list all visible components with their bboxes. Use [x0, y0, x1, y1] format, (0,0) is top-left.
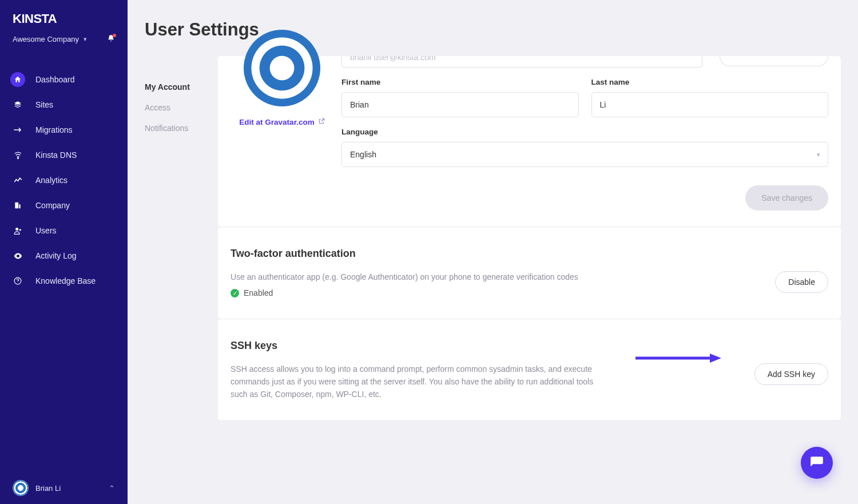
annotation-arrow — [635, 352, 721, 364]
sidebar: KINSTA Awesome Company ▾ Dashboard Sites… — [0, 0, 128, 504]
sidebar-item-activity[interactable]: Activity Log — [0, 243, 128, 268]
user-plus-icon — [10, 223, 25, 238]
dns-icon — [10, 148, 25, 162]
sidebar-item-sites[interactable]: Sites — [0, 92, 128, 117]
ssh-title: SSH keys — [231, 340, 828, 352]
save-changes-button[interactable]: Save changes — [745, 185, 828, 211]
sidebar-item-analytics[interactable]: Analytics — [0, 168, 128, 193]
sidebar-item-dashboard[interactable]: Dashboard — [0, 67, 128, 92]
analytics-icon — [10, 173, 25, 188]
nav-label: Kinsta DNS — [35, 150, 77, 160]
account-card: Edit at Gravatar.com brianli user@kinsta… — [218, 56, 841, 227]
eye-icon — [10, 248, 25, 263]
chat-icon — [809, 455, 824, 470]
chat-fab[interactable] — [801, 447, 833, 479]
sidebar-item-users[interactable]: Users — [0, 218, 128, 243]
help-icon — [10, 273, 25, 288]
ssh-card: SSH keys SSH access allows you to log in… — [218, 319, 841, 420]
disable-2fa-button[interactable]: Disable — [775, 271, 828, 293]
chevron-up-icon: ⌃ — [109, 484, 115, 493]
last-name-input[interactable] — [591, 92, 829, 117]
building-icon — [10, 198, 25, 213]
nav-label: Company — [35, 201, 70, 210]
sidebar-item-migrations[interactable]: Migrations — [0, 117, 128, 142]
nav-label: Knowledge Base — [35, 276, 96, 285]
email-field[interactable]: brianli user@kinsta.com — [341, 56, 702, 68]
chevron-down-icon: ▾ — [84, 35, 87, 43]
company-switcher[interactable]: Awesome Company ▾ — [13, 35, 87, 43]
company-name: Awesome Company — [13, 35, 79, 43]
sidebar-item-dns[interactable]: Kinsta DNS — [0, 142, 128, 168]
avatar — [13, 480, 29, 496]
language-label: Language — [341, 128, 828, 136]
twofa-title: Two-factor authentication — [231, 248, 828, 260]
sidebar-item-kb[interactable]: Knowledge Base — [0, 268, 128, 293]
sidebar-nav: Dashboard Sites Migrations Kinsta DNS An… — [0, 51, 128, 472]
subnav-access[interactable]: Access — [145, 97, 201, 118]
external-link-icon — [318, 118, 325, 126]
svg-point-1 — [15, 228, 18, 231]
settings-subnav: My Account Access Notifications — [145, 56, 201, 420]
chevron-down-icon: ▾ — [817, 151, 820, 158]
twofa-description: Use an authenticator app (e.g. Google Au… — [231, 271, 758, 284]
nav-label: Migrations — [35, 125, 73, 134]
footer-user-name: Brian Li — [35, 484, 61, 493]
truncated-button[interactable] — [720, 56, 828, 66]
nav-label: Activity Log — [35, 251, 77, 260]
check-icon: ✓ — [231, 289, 239, 297]
svg-marker-4 — [710, 354, 721, 363]
sidebar-footer-user[interactable]: Brian Li ⌃ — [0, 472, 128, 504]
language-select[interactable] — [341, 142, 828, 167]
nav-label: Sites — [35, 100, 53, 109]
svg-point-0 — [17, 157, 18, 158]
ssh-description: SSH access allows you to log into a comm… — [231, 363, 602, 400]
last-name-label: Last name — [591, 78, 829, 86]
twofa-status: Enabled — [244, 287, 273, 300]
migrate-icon — [10, 122, 25, 137]
nav-label: Analytics — [35, 176, 67, 185]
avatar-large — [244, 30, 320, 106]
sidebar-item-company[interactable]: Company — [0, 193, 128, 218]
layers-icon — [10, 97, 25, 112]
first-name-label: First name — [341, 78, 579, 86]
main: User Settings My Account Access Notifica… — [128, 0, 858, 504]
nav-label: Dashboard — [35, 75, 75, 84]
gravatar-link[interactable]: Edit at Gravatar.com — [239, 118, 324, 126]
gravatar-link-text: Edit at Gravatar.com — [239, 118, 314, 126]
first-name-input[interactable] — [341, 92, 579, 117]
brand-logo: KINSTA — [13, 11, 115, 26]
page-title: User Settings — [128, 0, 858, 56]
bell-icon[interactable] — [107, 34, 115, 44]
home-icon — [10, 72, 25, 87]
twofa-card: Two-factor authentication Use an authent… — [218, 227, 841, 319]
nav-label: Users — [35, 226, 57, 235]
subnav-notifications[interactable]: Notifications — [145, 118, 201, 138]
subnav-my-account[interactable]: My Account — [145, 77, 201, 97]
add-ssh-key-button[interactable]: Add SSH key — [754, 363, 828, 385]
